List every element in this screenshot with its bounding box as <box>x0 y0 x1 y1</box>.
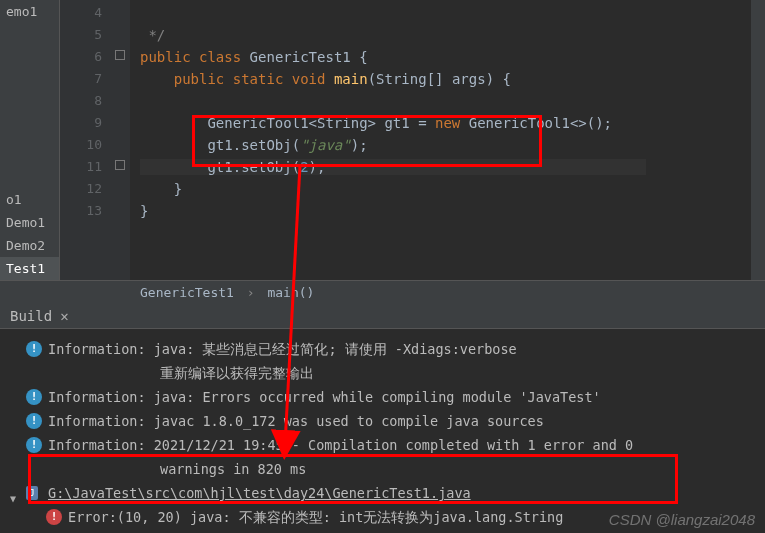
fold-marker-icon[interactable] <box>115 50 125 60</box>
build-message[interactable]: Information: java: Errors occurred while… <box>48 386 755 408</box>
build-panel-header[interactable]: Build ✕ <box>0 304 765 329</box>
build-tool-window: Build ✕ ! Information: java: 某些消息已经过简化; … <box>0 304 765 533</box>
info-icon: ! <box>26 389 42 405</box>
sidebar-tab[interactable]: emo1 <box>0 0 59 23</box>
sidebar-tab[interactable]: o1 <box>0 188 59 211</box>
sidebar-tab[interactable]: Demo2 <box>0 234 59 257</box>
line-number-gutter: 4 5 6 7 8 9 10 11 12 13 <box>60 0 110 280</box>
file-path-link[interactable]: G:\JavaTest\src\com\hjl\test\day24\Gener… <box>48 482 755 504</box>
build-message: warnings in 820 ms <box>10 458 755 480</box>
info-icon: ! <box>26 341 42 357</box>
build-title: Build <box>10 308 52 324</box>
java-file-icon: J <box>26 486 38 500</box>
code-editor[interactable]: */ public class GenericTest1 { public st… <box>130 0 765 280</box>
editor-scrollbar[interactable] <box>751 0 765 280</box>
build-message[interactable]: Information: javac 1.8.0_172 was used to… <box>48 410 755 432</box>
info-icon: ! <box>26 437 42 453</box>
breadcrumb-item[interactable]: main() <box>267 285 314 300</box>
build-messages[interactable]: ! Information: java: 某些消息已经过简化; 请使用 -Xdi… <box>0 329 765 533</box>
file-tabs-sidebar[interactable]: emo1 o1 Demo1 Demo2 Test1 <box>0 0 60 280</box>
sidebar-tab-active[interactable]: Test1 <box>0 257 59 280</box>
fold-gutter[interactable] <box>110 0 130 280</box>
build-message: 重新编译以获得完整输出 <box>10 362 755 384</box>
chevron-right-icon: › <box>247 285 255 300</box>
info-icon: ! <box>26 413 42 429</box>
close-icon[interactable]: ✕ <box>60 308 68 324</box>
tree-toggle-icon[interactable] <box>10 486 22 500</box>
watermark: CSDN @liangzai2048 <box>609 511 755 528</box>
breadcrumb-item[interactable]: GenericTest1 <box>140 285 234 300</box>
build-message[interactable]: Information: java: 某些消息已经过简化; 请使用 -Xdiag… <box>48 338 755 360</box>
breadcrumb[interactable]: GenericTest1 › main() <box>0 280 765 304</box>
sidebar-tab[interactable]: Demo1 <box>0 211 59 234</box>
error-icon: ! <box>46 509 62 525</box>
build-message[interactable]: Information: 2021/12/21 19:45 - Compilat… <box>48 434 755 456</box>
fold-marker-icon[interactable] <box>115 160 125 170</box>
